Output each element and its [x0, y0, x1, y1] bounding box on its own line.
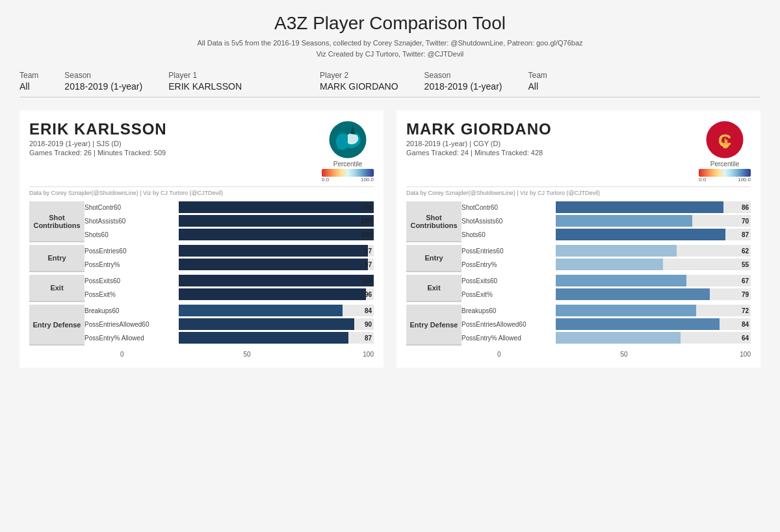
cgy-logo: C: [705, 120, 744, 159]
bars-col-2: PossExits60100PossExit%96: [84, 275, 374, 302]
p2-season-value[interactable]: 2018-2019 (1-year): [424, 81, 502, 92]
page-header: A3Z Player Comparison Tool All Data is 5…: [20, 13, 760, 59]
cat-label-0: Shot Contributions: [406, 201, 462, 242]
player2-logo-block: C Percentile 0.0 100.0: [699, 120, 751, 183]
bar-value: 100: [361, 277, 372, 285]
bar-row: PossEntry% Allowed87: [84, 332, 374, 344]
bar-fill: [179, 318, 354, 330]
player1-header: ERIK KARLSSON 2018-2019 (1-year) | SJS (…: [29, 120, 374, 183]
bar-value: 84: [365, 307, 372, 314]
player2-chart: Shot ContributionsShotContr6086ShotAssis…: [406, 201, 751, 347]
bar-container: 100: [179, 215, 374, 227]
player1-logo-block: Percentile 0.0 100.0: [322, 120, 374, 183]
bar-fill: [179, 259, 368, 270]
player1-percentile-axis: 0.0 100.0: [322, 177, 374, 183]
player1-credit: Data by Corey Sznajder(@ShutdownLine) | …: [29, 186, 374, 196]
bar-value: 100: [361, 218, 372, 225]
metric-label: PossExits60: [462, 277, 556, 285]
metric-label: ShotContr60: [84, 204, 179, 211]
metric-label: Shots60: [462, 231, 556, 238]
p1-player-value[interactable]: ERIK KARLSSON: [168, 81, 242, 92]
bar-value: 64: [742, 335, 749, 342]
p2-team-value[interactable]: All: [528, 81, 547, 92]
category-group-1: EntryPossEntries6062PossEntry%55: [406, 245, 751, 272]
p1-season-value[interactable]: 2018-2019 (1-year): [64, 81, 142, 92]
bar-row: ShotAssists60100: [84, 215, 374, 227]
bar-row: Breakups6072: [462, 305, 751, 316]
bars-col-0: ShotContr60100ShotAssists60100Shots60100: [84, 201, 374, 242]
bar-row: PossEntry% Allowed64: [462, 332, 751, 344]
bar-value: 87: [742, 231, 749, 238]
bar-fill: [556, 201, 723, 213]
sjs-logo: [328, 120, 367, 159]
p2-season-label: Season: [424, 71, 502, 80]
bar-value: 97: [365, 261, 372, 268]
bar-container: 84: [556, 318, 751, 330]
bar-container: 100: [179, 229, 374, 240]
bar-fill: [179, 288, 366, 300]
bar-value: 72: [742, 307, 749, 314]
bar-container: 70: [556, 215, 751, 227]
bar-container: 67: [556, 275, 751, 286]
p1-team-label: Team: [20, 71, 38, 80]
player2-x-axis: 0 50 100: [406, 351, 751, 358]
controls-row: Team All Season 2018-2019 (1-year) Playe…: [20, 71, 760, 97]
p2-season-control: Season 2018-2019 (1-year): [424, 71, 502, 92]
bars-col-0: ShotContr6086ShotAssists6070Shots6087: [462, 201, 751, 242]
page-container: A3Z Player Comparison Tool All Data is 5…: [0, 0, 780, 381]
player2-percentile-axis: 0.0 100.0: [699, 177, 751, 183]
metric-label: ShotAssists60: [84, 218, 179, 225]
bars-col-1: PossEntries6097PossEntry%97: [84, 245, 374, 272]
players-row: ERIK KARLSSON 2018-2019 (1-year) | SJS (…: [20, 110, 760, 368]
bars-col-1: PossEntries6062PossEntry%55: [462, 245, 751, 272]
player1-percentile-label: Percentile: [333, 160, 362, 168]
p2-player-value[interactable]: MARK GIORDANO: [320, 81, 398, 92]
player2-name: MARK GIORDANO: [406, 120, 552, 138]
p1-player-control: Player 1 ERIK KARLSSON: [168, 71, 242, 92]
p2-x-50: 50: [582, 351, 666, 358]
p1-x-50: 50: [205, 351, 289, 358]
bar-container: 64: [556, 332, 751, 344]
category-group-3: Entry DefenseBreakups6072PossEntriesAllo…: [406, 305, 751, 346]
p2-player-control: Player 2 MARK GIORDANO: [320, 71, 398, 92]
metric-label: Breakups60: [84, 307, 179, 314]
p2-team-label: Team: [528, 71, 547, 80]
bar-row: Breakups6084: [84, 305, 374, 316]
player1-percentile-bar: [322, 169, 374, 177]
bar-row: PossEntriesAllowed6084: [462, 318, 751, 330]
bar-row: PossExits6067: [462, 275, 751, 286]
cat-label-2: Exit: [29, 275, 84, 302]
p2-team-control: Team All: [528, 71, 547, 92]
metric-label: PossEntry% Allowed: [462, 335, 556, 342]
player1-name: ERIK KARLSSON: [29, 120, 167, 138]
p2-x-0: 0: [497, 351, 582, 358]
p1-season-label: Season: [64, 71, 142, 80]
bar-container: 100: [179, 201, 374, 213]
p1-axis-min: 0.0: [322, 177, 329, 183]
p2-x-100: 100: [666, 351, 751, 358]
player2-panel: MARK GIORDANO 2018-2019 (1-year) | CGY (…: [396, 110, 760, 368]
cat-label-1: Entry: [29, 245, 84, 272]
metric-label: PossExits60: [84, 277, 179, 285]
bar-fill: [179, 245, 368, 257]
p1-team-value[interactable]: All: [20, 81, 38, 92]
bar-row: PossEntries6097: [84, 245, 374, 257]
bar-fill: [179, 201, 374, 213]
player1-panel: ERIK KARLSSON 2018-2019 (1-year) | SJS (…: [20, 110, 384, 368]
metric-label: PossEntry%: [462, 261, 556, 268]
metric-label: PossExit%: [84, 291, 179, 298]
bar-fill: [179, 275, 374, 286]
bar-value: 79: [742, 291, 749, 298]
bar-fill: [179, 215, 374, 227]
subtitle1: All Data is 5v5 from the 2016-19 Seasons…: [20, 38, 760, 49]
bar-fill: [556, 332, 681, 344]
bar-row: ShotContr60100: [84, 201, 374, 213]
bar-value: 100: [361, 231, 372, 238]
metric-label: PossEntry%: [84, 261, 179, 268]
bar-row: PossExit%79: [462, 288, 751, 300]
p1-player-label: Player 1: [168, 71, 242, 80]
bar-value: 70: [742, 218, 749, 225]
player1-x-axis: 0 50 100: [29, 351, 374, 358]
bar-container: 97: [179, 245, 374, 257]
bar-value: 96: [365, 291, 372, 298]
